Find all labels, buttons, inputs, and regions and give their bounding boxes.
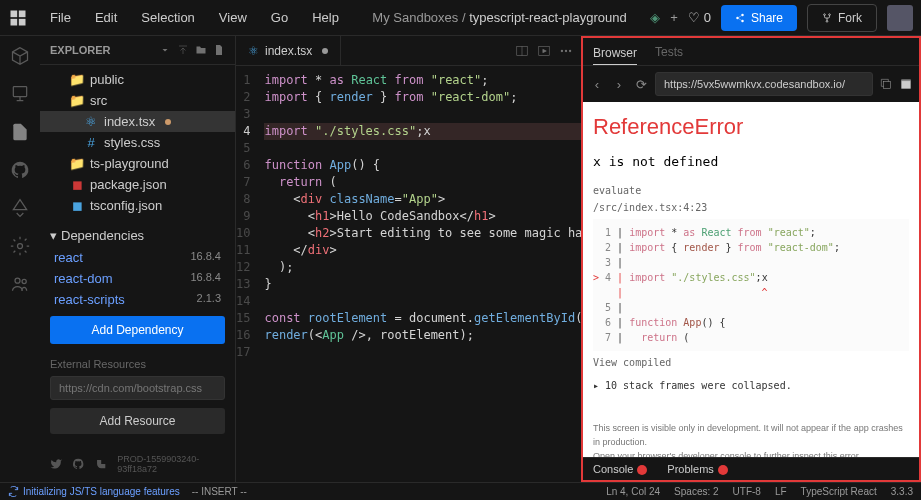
svg-point-20 — [569, 49, 571, 51]
status-encoding[interactable]: UTF-8 — [733, 486, 761, 497]
menu-selection[interactable]: Selection — [131, 6, 204, 29]
dep-react[interactable]: react16.8.4 — [40, 247, 235, 268]
diamond-icon[interactable]: ◈ — [650, 10, 660, 25]
svg-point-18 — [561, 49, 563, 51]
console-tab[interactable]: Console — [593, 463, 647, 475]
folder-icon: 📁 — [70, 72, 84, 87]
configuration-icon[interactable] — [10, 84, 30, 104]
url-input[interactable] — [655, 72, 873, 96]
file-package-json[interactable]: ◼package.json — [40, 174, 235, 195]
error-code-frame: 1 | import * as React from "react"; 2 | … — [593, 219, 909, 351]
svg-point-9 — [826, 20, 828, 22]
collapsed-frames[interactable]: ▸ 10 stack frames were collapsed. — [593, 380, 909, 391]
gear-icon[interactable] — [10, 236, 30, 256]
deps-toggle[interactable]: ▾Dependencies — [40, 224, 235, 247]
copy-icon[interactable] — [879, 77, 893, 91]
view-compiled-link[interactable]: View compiled — [593, 357, 909, 368]
share-button[interactable]: Share — [721, 5, 797, 31]
svg-point-12 — [15, 278, 20, 283]
file-styles-css[interactable]: #styles.css — [40, 132, 235, 153]
deploy-icon[interactable] — [10, 198, 30, 218]
folder-src[interactable]: 📁src — [40, 90, 235, 111]
cube-icon[interactable] — [10, 46, 30, 66]
sidebar-title: EXPLORER — [50, 44, 111, 56]
react-file-icon: ⚛ — [248, 44, 259, 58]
app-logo[interactable] — [8, 8, 28, 28]
avatar[interactable] — [887, 5, 913, 31]
modified-indicator — [322, 48, 328, 54]
svg-marker-17 — [543, 49, 547, 53]
nav-back-icon[interactable]: ‹ — [589, 77, 605, 92]
file-index-tsx[interactable]: ⚛index.tsx — [40, 111, 235, 132]
github-footer-icon[interactable] — [72, 457, 84, 471]
live-icon[interactable] — [10, 274, 30, 294]
svg-rect-2 — [11, 18, 18, 25]
status-init: Initializing JS/TS language features — [23, 486, 180, 497]
tab-index-tsx[interactable]: ⚛ index.tsx — [236, 36, 341, 65]
svg-point-5 — [736, 16, 739, 19]
svg-rect-21 — [884, 82, 891, 89]
fork-button[interactable]: Fork — [807, 4, 877, 32]
modified-indicator — [165, 119, 171, 125]
file-icon[interactable] — [10, 122, 30, 142]
new-folder-icon[interactable] — [195, 44, 207, 56]
svg-rect-23 — [901, 79, 910, 81]
open-window-icon[interactable] — [899, 77, 913, 91]
status-mode: -- INSERT -- — [192, 486, 247, 497]
menu-go[interactable]: Go — [261, 6, 298, 29]
problems-tab[interactable]: Problems — [667, 463, 727, 475]
error-help-text: This screen is visible only in developme… — [593, 421, 909, 457]
status-language[interactable]: TypeScript React — [801, 486, 877, 497]
svg-point-13 — [22, 279, 26, 283]
folder-ts-playground[interactable]: 📁ts-playground — [40, 153, 235, 174]
page-title: My Sandboxes / typescript-react-playgrou… — [349, 10, 650, 25]
likes-count[interactable]: ♡0 — [688, 10, 711, 25]
tab-tests[interactable]: Tests — [655, 45, 683, 59]
split-editor-icon[interactable] — [515, 44, 529, 58]
preview-icon[interactable] — [537, 44, 551, 58]
svg-point-6 — [741, 19, 744, 22]
code-editor[interactable]: 1234567891011121314151617 import * as Re… — [236, 66, 581, 482]
nav-forward-icon[interactable]: › — [611, 77, 627, 92]
sync-icon[interactable] — [8, 486, 19, 497]
status-spaces[interactable]: Spaces: 2 — [674, 486, 718, 497]
build-id: PROD-1559903240-93ff18a72 — [117, 454, 225, 474]
dep-react-dom[interactable]: react-dom16.8.4 — [40, 268, 235, 289]
folder-icon: 📁 — [70, 93, 84, 108]
status-ts-version[interactable]: 3.3.3 — [891, 486, 913, 497]
dep-react-scripts[interactable]: react-scripts2.1.3 — [40, 289, 235, 310]
file-tsconfig-json[interactable]: ◼tsconfig.json — [40, 195, 235, 216]
svg-point-11 — [18, 244, 23, 249]
npm-file-icon: ◼ — [70, 177, 84, 192]
add-dependency-button[interactable]: Add Dependency — [50, 316, 225, 344]
new-file-icon[interactable] — [213, 44, 225, 56]
twitter-icon[interactable] — [50, 457, 62, 471]
menu-file[interactable]: File — [40, 6, 81, 29]
svg-point-8 — [829, 13, 831, 15]
menu-help[interactable]: Help — [302, 6, 349, 29]
spectrum-icon[interactable] — [95, 457, 107, 471]
heart-icon: ♡ — [688, 10, 700, 25]
reload-icon[interactable]: ⟳ — [633, 77, 649, 92]
chevron-down-icon: ▾ — [50, 228, 57, 243]
svg-rect-22 — [901, 81, 910, 89]
menu-view[interactable]: View — [209, 6, 257, 29]
more-icon[interactable] — [559, 44, 573, 58]
upload-icon[interactable] — [177, 44, 189, 56]
ts-file-icon: ◼ — [70, 198, 84, 213]
code-content: import * as React from "react"; import {… — [264, 66, 581, 482]
error-evaluate-label: evaluate — [593, 185, 909, 196]
menu-edit[interactable]: Edit — [85, 6, 127, 29]
add-resource-button[interactable]: Add Resource — [50, 408, 225, 434]
svg-point-19 — [565, 49, 567, 51]
external-resource-input[interactable] — [50, 376, 225, 400]
error-location: /src/index.tsx:4:23 — [593, 202, 909, 213]
status-cursor[interactable]: Ln 4, Col 24 — [606, 486, 660, 497]
tab-browser[interactable]: Browser — [593, 46, 637, 65]
plus-icon[interactable]: + — [670, 10, 678, 25]
status-eol[interactable]: LF — [775, 486, 787, 497]
svg-point-7 — [824, 13, 826, 15]
github-icon[interactable] — [10, 160, 30, 180]
download-icon[interactable] — [159, 44, 171, 56]
folder-public[interactable]: 📁public — [40, 69, 235, 90]
